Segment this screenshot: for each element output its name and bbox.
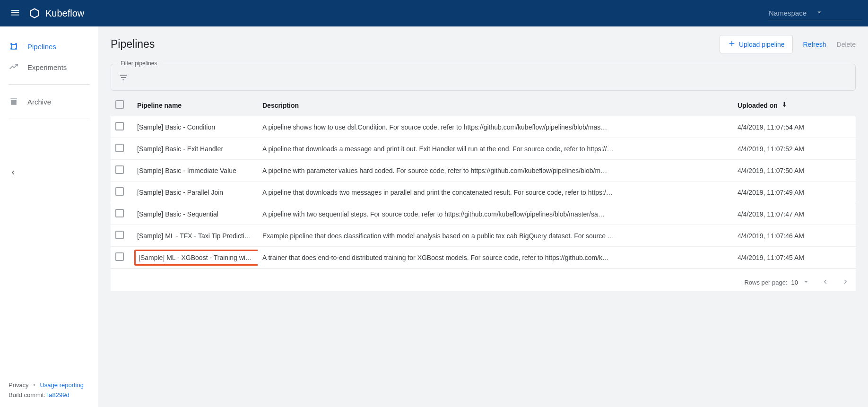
pipelines-table: Pipeline name Description Uploaded on [S… bbox=[111, 95, 856, 268]
app-header: Kubeflow Namespace bbox=[0, 0, 868, 26]
pipelines-icon bbox=[9, 41, 19, 52]
chevron-right-icon bbox=[842, 280, 850, 287]
sidebar-item-experiments[interactable]: Experiments bbox=[0, 57, 98, 78]
sidebar-separator bbox=[9, 119, 90, 119]
table-pager: Rows per page: 10 bbox=[111, 268, 856, 291]
sidebar-item-label: Archive bbox=[27, 98, 51, 106]
sidebar-item-pipelines[interactable]: Pipelines bbox=[0, 36, 98, 57]
sidebar: Pipelines Experiments Archive Privacy • bbox=[0, 26, 98, 407]
pipeline-description: A pipeline that downloads a message and … bbox=[258, 138, 733, 160]
hamburger-icon bbox=[10, 8, 20, 19]
pipeline-description: A pipeline shows how to use dsl.Conditio… bbox=[258, 116, 733, 138]
col-header-uploaded-label: Uploaded on bbox=[738, 102, 778, 109]
highlighted-pipeline: [Sample] ML - XGBoost - Training with … bbox=[134, 250, 258, 266]
kubeflow-logo-icon bbox=[28, 7, 41, 19]
pipeline-description: A pipeline that downloads two messages i… bbox=[258, 182, 733, 203]
archive-icon bbox=[9, 96, 19, 107]
pipeline-name-link[interactable]: [Sample] Basic - Sequential bbox=[137, 210, 218, 218]
page-title: Pipelines bbox=[111, 38, 155, 51]
pager-next-button[interactable] bbox=[840, 276, 852, 289]
pipeline-description: A pipeline with parameter values hard co… bbox=[258, 160, 733, 182]
dot-separator: • bbox=[33, 381, 35, 389]
pipeline-uploaded: 4/4/2019, 11:07:50 AM bbox=[733, 160, 856, 182]
experiments-icon bbox=[9, 62, 19, 72]
chevron-left-icon bbox=[821, 280, 829, 287]
sidebar-collapse-button[interactable] bbox=[9, 168, 17, 178]
pipeline-name-link[interactable]: [Sample] ML - XGBoost - Training with … bbox=[139, 254, 258, 261]
pipeline-uploaded: 4/4/2019, 11:07:47 AM bbox=[733, 203, 856, 225]
table-row[interactable]: [Sample] Basic - Immediate ValueA pipeli… bbox=[111, 160, 856, 182]
row-checkbox[interactable] bbox=[115, 231, 124, 239]
col-header-description[interactable]: Description bbox=[258, 95, 733, 116]
pipeline-description: A pipeline with two sequential steps. Fo… bbox=[258, 203, 733, 225]
table-row[interactable]: [Sample] Basic - SequentialA pipeline wi… bbox=[111, 203, 856, 225]
row-checkbox[interactable] bbox=[115, 165, 124, 174]
sort-desc-icon bbox=[781, 101, 788, 110]
table-row[interactable]: [Sample] Basic - ConditionA pipeline sho… bbox=[111, 116, 856, 138]
sidebar-item-archive[interactable]: Archive bbox=[0, 91, 98, 112]
dropdown-icon[interactable] bbox=[802, 277, 810, 287]
pager-prev-button[interactable] bbox=[819, 276, 831, 289]
brand: Kubeflow bbox=[28, 7, 84, 19]
pipeline-uploaded: 4/4/2019, 11:07:49 AM bbox=[733, 182, 856, 203]
main-content: Pipelines Upload pipeline Refresh Delete… bbox=[98, 26, 868, 407]
rows-per-page-value[interactable]: 10 bbox=[791, 279, 798, 286]
sidebar-footer: Privacy • Usage reporting Build commit: … bbox=[0, 375, 98, 407]
pipeline-uploaded: 4/4/2019, 11:07:54 AM bbox=[733, 116, 856, 138]
pipeline-description: Example pipeline that does classificatio… bbox=[258, 225, 733, 247]
brand-title: Kubeflow bbox=[45, 8, 84, 19]
rows-per-page-label: Rows per page: bbox=[744, 279, 787, 286]
filter-box[interactable]: Filter pipelines bbox=[111, 64, 856, 91]
pipeline-name-link[interactable]: [Sample] ML - TFX - Taxi Tip Predictio… bbox=[137, 232, 255, 240]
pipeline-name-link[interactable]: [Sample] Basic - Parallel Join bbox=[137, 189, 223, 196]
refresh-button[interactable]: Refresh bbox=[803, 41, 826, 48]
menu-toggle-button[interactable] bbox=[6, 4, 25, 23]
filter-legend: Filter pipelines bbox=[118, 60, 160, 67]
namespace-selector[interactable]: Namespace bbox=[768, 6, 862, 20]
build-commit-link[interactable]: fa8299d bbox=[47, 391, 69, 398]
table-row[interactable]: [Sample] ML - XGBoost - Training with …A… bbox=[111, 247, 856, 268]
usage-reporting-link[interactable]: Usage reporting bbox=[40, 381, 84, 389]
chevron-left-icon bbox=[9, 171, 17, 178]
table-row[interactable]: [Sample] Basic - Parallel JoinA pipeline… bbox=[111, 182, 856, 203]
filter-icon bbox=[119, 76, 128, 84]
pipeline-uploaded: 4/4/2019, 11:07:45 AM bbox=[733, 247, 856, 268]
sidebar-separator bbox=[9, 84, 90, 85]
sidebar-item-label: Experiments bbox=[27, 63, 67, 71]
page-actions: Upload pipeline Refresh Delete bbox=[720, 35, 856, 53]
pipeline-description: A trainer that does end-to-end distribut… bbox=[258, 247, 733, 268]
upload-pipeline-label: Upload pipeline bbox=[739, 41, 785, 48]
row-checkbox[interactable] bbox=[115, 144, 124, 152]
privacy-link[interactable]: Privacy bbox=[9, 381, 29, 389]
sidebar-item-label: Pipelines bbox=[27, 43, 56, 51]
upload-pipeline-button[interactable]: Upload pipeline bbox=[720, 35, 793, 53]
namespace-label: Namespace bbox=[769, 9, 815, 17]
dropdown-icon bbox=[815, 8, 861, 18]
pipeline-uploaded: 4/4/2019, 11:07:46 AM bbox=[733, 225, 856, 247]
pipeline-name-link[interactable]: [Sample] Basic - Immediate Value bbox=[137, 167, 236, 174]
page-header: Pipelines Upload pipeline Refresh Delete bbox=[111, 35, 856, 53]
col-header-name[interactable]: Pipeline name bbox=[132, 95, 258, 116]
select-all-checkbox[interactable] bbox=[115, 100, 124, 109]
row-checkbox[interactable] bbox=[115, 187, 124, 196]
table-row[interactable]: [Sample] ML - TFX - Taxi Tip Predictio…E… bbox=[111, 225, 856, 247]
table-header-row: Pipeline name Description Uploaded on bbox=[111, 95, 856, 116]
row-checkbox[interactable] bbox=[115, 209, 124, 217]
row-checkbox[interactable] bbox=[115, 122, 124, 130]
pipeline-uploaded: 4/4/2019, 11:07:52 AM bbox=[733, 138, 856, 160]
col-header-uploaded[interactable]: Uploaded on bbox=[733, 95, 856, 116]
delete-button[interactable]: Delete bbox=[837, 41, 856, 48]
plus-icon bbox=[728, 39, 736, 49]
table-row[interactable]: [Sample] Basic - Exit HandlerA pipeline … bbox=[111, 138, 856, 160]
row-checkbox[interactable] bbox=[115, 252, 124, 261]
pipeline-name-link[interactable]: [Sample] Basic - Condition bbox=[137, 123, 215, 131]
pipeline-name-link[interactable]: [Sample] Basic - Exit Handler bbox=[137, 145, 223, 153]
build-commit-label: Build commit: bbox=[9, 391, 47, 398]
